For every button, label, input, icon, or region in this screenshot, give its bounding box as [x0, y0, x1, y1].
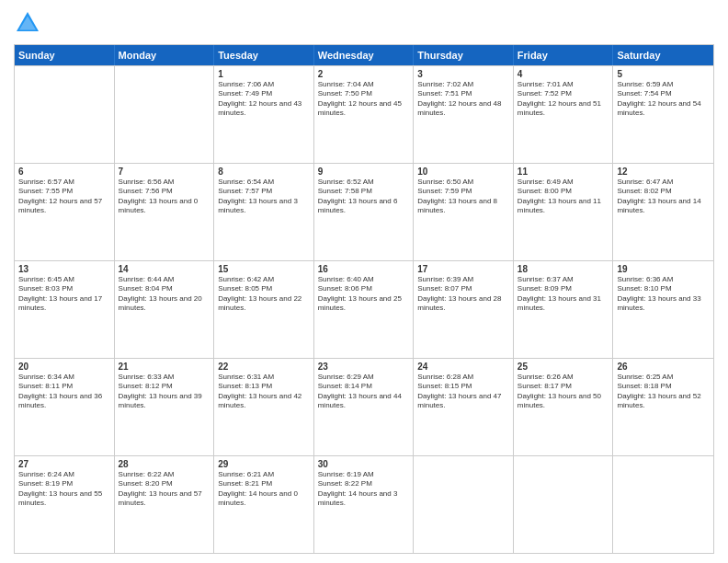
day-number: 21 [119, 362, 210, 372]
cell-sun-info: Sunrise: 6:19 AM Sunset: 8:22 PM Dayligh… [318, 470, 410, 509]
cell-sun-info: Sunrise: 6:25 AM Sunset: 8:18 PM Dayligh… [617, 373, 710, 411]
cell-sun-info: Sunrise: 6:42 AM Sunset: 8:05 PM Dayligh… [218, 275, 310, 314]
cell-sun-info: Sunrise: 6:26 AM Sunset: 8:17 PM Dayligh… [518, 373, 609, 411]
day-cell-8: 8Sunrise: 6:54 AM Sunset: 7:57 PM Daylig… [214, 164, 314, 260]
cell-sun-info: Sunrise: 6:31 AM Sunset: 8:13 PM Dayligh… [218, 373, 310, 411]
day-number: 7 [119, 167, 210, 177]
day-number: 18 [518, 264, 609, 274]
day-number: 5 [617, 69, 710, 79]
day-number: 4 [518, 69, 609, 79]
day-cell-22: 22Sunrise: 6:31 AM Sunset: 8:13 PM Dayli… [214, 359, 314, 455]
header [14, 9, 714, 37]
cell-sun-info: Sunrise: 6:54 AM Sunset: 7:57 PM Dayligh… [218, 178, 310, 216]
day-number: 2 [318, 69, 410, 79]
empty-cell [514, 456, 614, 553]
day-number: 29 [218, 459, 310, 469]
day-number: 3 [417, 69, 509, 79]
empty-cell [115, 66, 215, 163]
day-cell-1: 1Sunrise: 7:06 AM Sunset: 7:49 PM Daylig… [214, 66, 314, 163]
day-number: 19 [617, 264, 710, 274]
day-cell-10: 10Sunrise: 6:50 AM Sunset: 7:59 PM Dayli… [414, 164, 514, 260]
cell-sun-info: Sunrise: 7:04 AM Sunset: 7:50 PM Dayligh… [318, 80, 410, 119]
day-cell-9: 9Sunrise: 6:52 AM Sunset: 7:58 PM Daylig… [314, 164, 415, 260]
day-cell-6: 6Sunrise: 6:57 AM Sunset: 7:55 PM Daylig… [15, 164, 115, 260]
cell-sun-info: Sunrise: 7:01 AM Sunset: 7:52 PM Dayligh… [518, 80, 609, 119]
day-number: 20 [18, 362, 110, 372]
cell-sun-info: Sunrise: 6:21 AM Sunset: 8:21 PM Dayligh… [218, 470, 310, 509]
calendar-body: 1Sunrise: 7:06 AM Sunset: 7:49 PM Daylig… [15, 65, 713, 553]
cell-sun-info: Sunrise: 6:40 AM Sunset: 8:06 PM Dayligh… [318, 275, 410, 314]
cell-sun-info: Sunrise: 6:24 AM Sunset: 8:19 PM Dayligh… [18, 470, 110, 509]
day-cell-26: 26Sunrise: 6:25 AM Sunset: 8:18 PM Dayli… [613, 359, 713, 455]
cell-sun-info: Sunrise: 6:57 AM Sunset: 7:55 PM Dayligh… [18, 178, 110, 216]
day-cell-3: 3Sunrise: 7:02 AM Sunset: 7:51 PM Daylig… [414, 66, 514, 163]
day-cell-25: 25Sunrise: 6:26 AM Sunset: 8:17 PM Dayli… [514, 359, 614, 455]
day-cell-23: 23Sunrise: 6:29 AM Sunset: 8:14 PM Dayli… [314, 359, 415, 455]
calendar-row-2: 6Sunrise: 6:57 AM Sunset: 7:55 PM Daylig… [15, 163, 713, 260]
logo [14, 9, 45, 37]
day-cell-29: 29Sunrise: 6:21 AM Sunset: 8:21 PM Dayli… [214, 456, 314, 553]
cell-sun-info: Sunrise: 6:37 AM Sunset: 8:09 PM Dayligh… [518, 275, 609, 314]
day-number: 9 [318, 167, 410, 177]
cell-sun-info: Sunrise: 6:34 AM Sunset: 8:11 PM Dayligh… [18, 373, 110, 411]
cell-sun-info: Sunrise: 6:33 AM Sunset: 8:12 PM Dayligh… [119, 373, 210, 411]
day-cell-19: 19Sunrise: 6:36 AM Sunset: 8:10 PM Dayli… [613, 261, 713, 358]
cell-sun-info: Sunrise: 7:06 AM Sunset: 7:49 PM Dayligh… [218, 80, 310, 119]
day-header-saturday: Saturday [613, 45, 713, 65]
day-cell-27: 27Sunrise: 6:24 AM Sunset: 8:19 PM Dayli… [15, 456, 115, 553]
day-header-monday: Monday [115, 45, 215, 65]
day-header-tuesday: Tuesday [214, 45, 314, 65]
day-cell-13: 13Sunrise: 6:45 AM Sunset: 8:03 PM Dayli… [15, 261, 115, 358]
cell-sun-info: Sunrise: 6:56 AM Sunset: 7:56 PM Dayligh… [119, 178, 210, 216]
day-number: 11 [518, 167, 609, 177]
day-number: 15 [218, 264, 310, 274]
day-number: 10 [417, 167, 509, 177]
cell-sun-info: Sunrise: 6:29 AM Sunset: 8:14 PM Dayligh… [318, 373, 410, 411]
day-number: 28 [119, 459, 210, 469]
day-number: 23 [318, 362, 410, 372]
day-cell-7: 7Sunrise: 6:56 AM Sunset: 7:56 PM Daylig… [115, 164, 215, 260]
day-number: 30 [318, 459, 410, 469]
cell-sun-info: Sunrise: 6:49 AM Sunset: 8:00 PM Dayligh… [518, 178, 609, 216]
empty-cell [414, 456, 514, 553]
day-header-wednesday: Wednesday [314, 45, 415, 65]
day-cell-12: 12Sunrise: 6:47 AM Sunset: 8:02 PM Dayli… [613, 164, 713, 260]
day-number: 26 [617, 362, 710, 372]
day-cell-5: 5Sunrise: 6:59 AM Sunset: 7:54 PM Daylig… [613, 66, 713, 163]
calendar: SundayMondayTuesdayWednesdayThursdayFrid… [14, 44, 714, 554]
day-cell-16: 16Sunrise: 6:40 AM Sunset: 8:06 PM Dayli… [314, 261, 415, 358]
day-number: 12 [617, 167, 710, 177]
day-header-friday: Friday [514, 45, 614, 65]
day-cell-15: 15Sunrise: 6:42 AM Sunset: 8:05 PM Dayli… [214, 261, 314, 358]
cell-sun-info: Sunrise: 6:52 AM Sunset: 7:58 PM Dayligh… [318, 178, 410, 216]
cell-sun-info: Sunrise: 6:39 AM Sunset: 8:07 PM Dayligh… [417, 275, 509, 314]
cell-sun-info: Sunrise: 6:47 AM Sunset: 8:02 PM Dayligh… [617, 178, 710, 216]
day-number: 25 [518, 362, 609, 372]
day-cell-11: 11Sunrise: 6:49 AM Sunset: 8:00 PM Dayli… [514, 164, 614, 260]
cell-sun-info: Sunrise: 6:45 AM Sunset: 8:03 PM Dayligh… [18, 275, 110, 314]
day-cell-17: 17Sunrise: 6:39 AM Sunset: 8:07 PM Dayli… [414, 261, 514, 358]
empty-cell [613, 456, 713, 553]
cell-sun-info: Sunrise: 6:22 AM Sunset: 8:20 PM Dayligh… [119, 470, 210, 509]
page: SundayMondayTuesdayWednesdayThursdayFrid… [0, 0, 728, 563]
calendar-row-4: 20Sunrise: 6:34 AM Sunset: 8:11 PM Dayli… [15, 358, 713, 455]
calendar-row-5: 27Sunrise: 6:24 AM Sunset: 8:19 PM Dayli… [15, 455, 713, 553]
day-number: 13 [18, 264, 110, 274]
day-cell-2: 2Sunrise: 7:04 AM Sunset: 7:50 PM Daylig… [314, 66, 415, 163]
day-cell-30: 30Sunrise: 6:19 AM Sunset: 8:22 PM Dayli… [314, 456, 415, 553]
day-number: 27 [18, 459, 110, 469]
calendar-header: SundayMondayTuesdayWednesdayThursdayFrid… [15, 45, 713, 65]
day-number: 17 [417, 264, 509, 274]
cell-sun-info: Sunrise: 6:28 AM Sunset: 8:15 PM Dayligh… [417, 373, 509, 411]
day-number: 8 [218, 167, 310, 177]
cell-sun-info: Sunrise: 6:59 AM Sunset: 7:54 PM Dayligh… [617, 80, 710, 119]
day-header-sunday: Sunday [15, 45, 115, 65]
day-cell-28: 28Sunrise: 6:22 AM Sunset: 8:20 PM Dayli… [115, 456, 215, 553]
cell-sun-info: Sunrise: 6:50 AM Sunset: 7:59 PM Dayligh… [417, 178, 509, 216]
day-number: 24 [417, 362, 509, 372]
day-number: 22 [218, 362, 310, 372]
day-cell-18: 18Sunrise: 6:37 AM Sunset: 8:09 PM Dayli… [514, 261, 614, 358]
cell-sun-info: Sunrise: 6:36 AM Sunset: 8:10 PM Dayligh… [617, 275, 710, 314]
calendar-row-1: 1Sunrise: 7:06 AM Sunset: 7:49 PM Daylig… [15, 65, 713, 163]
day-number: 14 [119, 264, 210, 274]
